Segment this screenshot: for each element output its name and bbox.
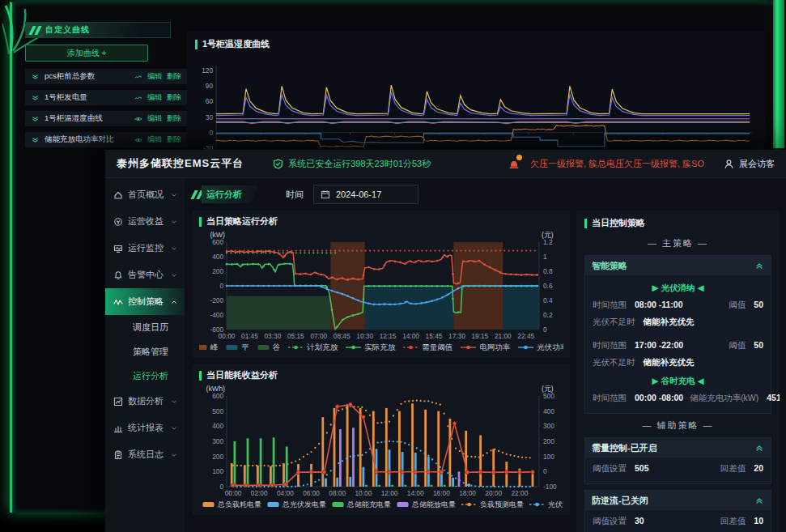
key-value: 光伏不足时储能补充优先 [593, 317, 695, 328]
delete-button[interactable]: 删除 [167, 71, 181, 82]
sidebar-item-控制策略[interactable]: 控制策略 [105, 288, 185, 315]
svg-text:400: 400 [212, 253, 223, 261]
svg-text:0: 0 [209, 129, 213, 137]
legend-item-峰[interactable]: 峰 [199, 343, 218, 353]
legend-swatch [518, 343, 533, 352]
report-icon [113, 423, 123, 433]
legend-item-总负载耗电量[interactable]: 总负载耗电量 [202, 500, 261, 510]
field-label: 时间范围 [593, 393, 627, 404]
svg-text:16:00: 16:00 [433, 489, 450, 497]
eye-icon[interactable] [134, 136, 142, 144]
field-value: 50 [754, 300, 763, 309]
svg-text:0.2: 0.2 [543, 311, 553, 319]
collapse-icon[interactable] [754, 496, 764, 505]
legend-swatch [257, 343, 270, 352]
chevron-down-icon [170, 451, 178, 459]
sidebar-item-系统日志[interactable]: 系统日志 [105, 441, 185, 468]
curve-list-item[interactable]: pcs柜前总参数编辑删除 [25, 69, 187, 84]
background-window-right-border [773, 0, 784, 148]
legend-item-光伏预[interactable]: 光伏预 [529, 500, 563, 510]
field-label: 阈值 [729, 300, 746, 311]
alarm-bell-icon[interactable] [508, 158, 520, 169]
drag-handle-icon[interactable] [31, 114, 40, 123]
edit-button[interactable]: 编辑 [147, 113, 162, 124]
eye-icon[interactable] [134, 115, 142, 123]
custom-curve-tab[interactable]: 自定义曲线 [25, 22, 171, 38]
strategy-row: 时间范围17:00 -22:00阈值50 [593, 337, 763, 354]
add-curve-button[interactable]: 添加曲线 + [25, 45, 148, 62]
edit-button[interactable]: 编辑 [147, 92, 162, 103]
svg-text:0: 0 [543, 467, 547, 475]
drag-handle-icon[interactable] [31, 135, 40, 144]
delete-button[interactable]: 删除 [167, 92, 181, 103]
legend-item-谷[interactable]: 谷 [257, 343, 281, 353]
sidebar-item-运营收益[interactable]: 运营收益 [105, 208, 185, 235]
legend-item-需量阈值[interactable]: 需量阈值 [403, 343, 452, 353]
date-picker[interactable]: 2024-06-17 [313, 185, 418, 204]
key-value: 时间范围08:00 -11:00 [593, 300, 683, 311]
sidebar-subitem-运行分析[interactable]: 运行分析 [105, 364, 185, 388]
curve-list-item[interactable]: 储能充放电功率对比编辑删除 [25, 132, 187, 147]
drag-handle-icon[interactable] [31, 93, 40, 102]
legend-item-电网功率[interactable]: 电网功率 [461, 343, 510, 353]
strategy-chart-title: 当日策略运行分析 [206, 215, 278, 228]
svg-text:12:00: 12:00 [381, 489, 398, 497]
sidebar-item-告警中心[interactable]: 告警中心 [105, 262, 185, 288]
user-area[interactable]: 展会访客 [724, 158, 775, 170]
sidebar-item-运行监控[interactable]: 运行监控 [105, 235, 185, 262]
edit-button[interactable]: 编辑 [147, 71, 162, 82]
key-value: 阈值设置30 [593, 516, 644, 527]
collapse-icon[interactable] [754, 443, 764, 453]
svg-text:0: 0 [219, 483, 223, 491]
strategy-chart-legend: 峰平谷计划充放实际充放需量阈值电网功率光伏功率 [199, 340, 563, 355]
curve-icon[interactable] [134, 73, 142, 81]
sidebar-subitem-调度日历[interactable]: 调度日历 [105, 315, 185, 339]
sidebar-item-label: 首页概况 [128, 189, 165, 201]
legend-item-总储能放电量[interactable]: 总储能放电量 [397, 500, 456, 510]
chevron-down-icon [170, 271, 178, 279]
sidebar-item-数据分析[interactable]: 数据分析 [105, 388, 185, 415]
curve-list-item[interactable]: 1号柜发电量编辑删除 [25, 90, 187, 105]
svg-text:-100: -100 [543, 483, 557, 491]
edit-button[interactable]: 编辑 [147, 134, 162, 145]
curve-name: 1号柜发电量 [45, 92, 130, 103]
chevron-up-icon [170, 298, 178, 306]
field-value: 00:00 -08:00 [635, 393, 683, 402]
field-label: 阈值设置 [593, 516, 627, 527]
curve-icon[interactable] [134, 94, 142, 102]
sidebar-subitem-策略管理[interactable]: 策略管理 [105, 339, 185, 364]
sidebar-item-首页概况[interactable]: 首页概况 [105, 181, 185, 208]
legend-item-总光伏发电量[interactable]: 总光伏发电量 [267, 500, 326, 510]
key-value: 时间范围00:00 -08:00 [593, 393, 683, 404]
field-value: 08:00 -11:00 [635, 300, 683, 309]
legend-label: 光伏功率 [537, 343, 563, 353]
legend-swatch [461, 501, 477, 509]
tab-run-analysis[interactable]: 运行分析 [202, 185, 258, 203]
alarm-ticker[interactable]: 欠压一级报警, 簇总电压欠压一级报警, 簇SO [525, 158, 704, 170]
legend-item-实际充放[interactable]: 实际充放 [346, 343, 395, 353]
custom-curve-tab-label: 自定义曲线 [45, 24, 90, 36]
legend-item-平[interactable]: 平 [226, 343, 249, 353]
collapse-icon[interactable] [754, 261, 764, 270]
legend-item-负载预测电量[interactable]: 负载预测电量 [461, 500, 524, 510]
delete-button[interactable]: 删除 [167, 134, 181, 145]
key-value: 储能充电功率(kW)451 [690, 393, 780, 404]
legend-item-光伏功率[interactable]: 光伏功率 [518, 343, 563, 353]
energy-chart-title: 当日能耗收益分析 [206, 369, 278, 381]
legend-label: 需量阈值 [422, 343, 452, 353]
curve-list-item[interactable]: 1号柜温湿度曲线编辑删除 [25, 111, 187, 126]
legend-item-计划充放[interactable]: 计划充放 [288, 343, 338, 353]
tab-slash-decoration [193, 190, 202, 199]
strategy-card: 智能策略▶ 光伏消纳 ◀时间范围08:00 -11:00阈值50光伏不足时储能补… [584, 255, 771, 414]
svg-text:100: 100 [543, 453, 554, 461]
legend-label: 光伏预 [548, 500, 563, 510]
sidebar-item-统计报表[interactable]: 统计报表 [105, 415, 185, 441]
coin-icon [113, 217, 123, 227]
delete-button[interactable]: 删除 [167, 113, 181, 124]
svg-text:21:00: 21:00 [495, 332, 512, 340]
chevron-down-icon [170, 218, 178, 226]
drag-handle-icon[interactable] [31, 72, 40, 81]
top-bar: 泰州多储联控EMS云平台 系统已安全运行398天23时01分53秒 欠压一级报警… [105, 150, 786, 178]
key-value: 回差值20 [720, 463, 763, 475]
legend-item-总储能充电量[interactable]: 总储能充电量 [332, 500, 391, 510]
